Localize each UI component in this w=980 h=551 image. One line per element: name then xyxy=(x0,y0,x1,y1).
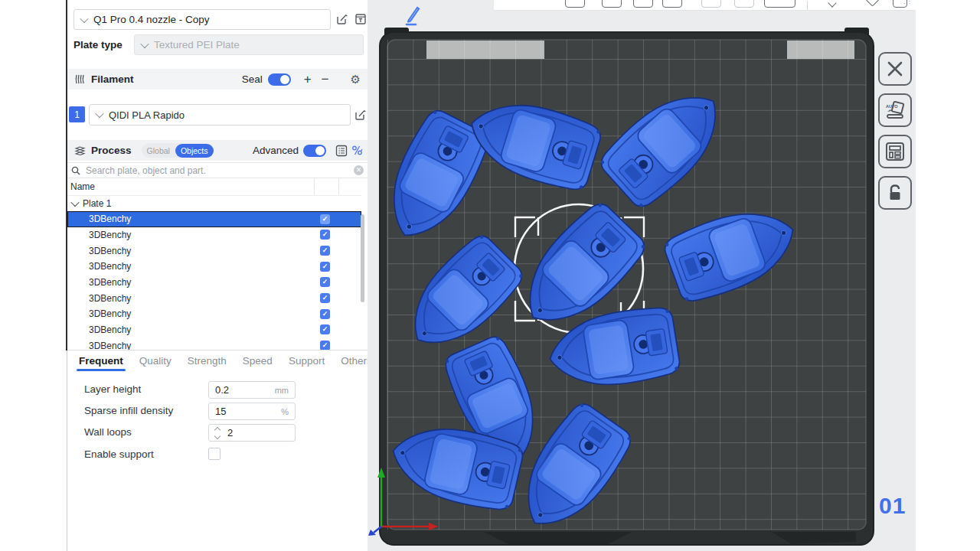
plate-action-buttons: AUTO xyxy=(878,52,912,210)
app-window: Q1 Pro 0.4 nozzle - Copy Plate type Text… xyxy=(0,0,980,551)
delete-plate-button[interactable] xyxy=(878,52,912,86)
list-scrollbar-thumb[interactable] xyxy=(361,214,364,302)
setting-label: Enable support xyxy=(84,448,154,460)
print-checkbox[interactable]: ✓ xyxy=(320,324,330,334)
setting-label: Layer height xyxy=(84,383,141,395)
layer-height-value: 0.2 xyxy=(215,384,272,396)
search-icon xyxy=(71,166,80,175)
advanced-toggle[interactable] xyxy=(303,145,326,157)
name-column-header: Name xyxy=(70,181,95,192)
edit-filament-button[interactable] xyxy=(354,108,368,122)
print-checkbox[interactable]: ✓ xyxy=(320,293,330,303)
arrow-up-icon[interactable] xyxy=(214,426,220,432)
close-icon xyxy=(885,59,905,79)
lock-plate-button[interactable] xyxy=(878,176,912,210)
column-divider xyxy=(314,178,315,195)
setting-label: Sparse infill density xyxy=(84,405,173,416)
search-bar[interactable]: Search plate, object and part. ✕ xyxy=(67,162,368,178)
auto-orient-button[interactable]: AUTO xyxy=(878,93,912,127)
arrow-down-icon[interactable] xyxy=(214,432,220,439)
tree-row-object[interactable]: 3DBenchy✓ xyxy=(67,338,361,350)
seal-label: Seal xyxy=(242,73,263,85)
process-tabs: FrequentQualityStrengthSpeedSupportOther… xyxy=(67,350,368,372)
left-gutter xyxy=(0,0,67,350)
filament-section-header: Filament Seal + − ⚙ xyxy=(67,69,368,90)
infill-density-input[interactable]: 15 % xyxy=(208,403,296,420)
filament-index-badge[interactable]: 1 xyxy=(69,106,85,122)
print-checkbox[interactable]: ✓ xyxy=(320,214,330,224)
tab-strength[interactable]: Strength xyxy=(188,355,227,368)
advanced-label: Advanced xyxy=(253,145,299,156)
tab-support[interactable]: Support xyxy=(289,355,325,368)
seal-toggle[interactable] xyxy=(268,73,291,86)
plate-type-dropdown[interactable]: Textured PEI Plate xyxy=(134,34,364,55)
parameter-list-icon[interactable] xyxy=(335,145,348,157)
chevron-down-icon xyxy=(80,14,88,22)
edit-preset-button[interactable] xyxy=(335,12,349,26)
viewport-3d[interactable]: ..: xyxy=(368,0,980,551)
chevron-down-icon xyxy=(140,39,149,47)
plate-settings-button[interactable] xyxy=(878,135,912,168)
unit-label: % xyxy=(281,407,289,416)
process-layers-icon xyxy=(74,144,87,157)
wall-loops-value: 2 xyxy=(227,427,289,439)
filament-spool-icon xyxy=(74,73,87,86)
tree-row-object[interactable]: 3DBenchy✓ xyxy=(67,322,361,338)
tree-row-object[interactable]: 3DBenchy✓ xyxy=(67,211,361,227)
process-section-header: Process Global Objects Advanced xyxy=(67,140,368,161)
plate-number: 01 xyxy=(879,493,906,519)
tree-row-object[interactable]: 3DBenchy✓ xyxy=(67,243,361,259)
printer-preset-dropdown[interactable]: Q1 Pro 0.4 nozzle - Copy xyxy=(74,9,331,30)
tree-row-object[interactable]: 3DBenchy✓ xyxy=(67,259,361,275)
expander-chevron-icon[interactable] xyxy=(70,197,79,206)
plate-type-value: Textured PEI Plate xyxy=(154,39,240,51)
stepper-arrows[interactable] xyxy=(215,428,220,439)
process-scope-switch[interactable]: Global Objects xyxy=(142,143,214,158)
tree-row-object[interactable]: 3DBenchy✓ xyxy=(67,306,361,322)
tree-row-object[interactable]: 3DBenchy✓ xyxy=(67,290,361,306)
print-checkbox[interactable]: ✓ xyxy=(320,309,330,319)
printer-preset-value: Q1 Pro 0.4 nozzle - Copy xyxy=(93,14,210,25)
column-divider xyxy=(338,178,339,195)
remove-filament-button[interactable]: − xyxy=(322,73,329,86)
tree-header: Name xyxy=(67,178,361,196)
infill-density-value: 15 xyxy=(215,406,278,417)
unit-label: mm xyxy=(275,386,289,395)
print-checkbox[interactable]: ✓ xyxy=(320,230,330,240)
tab-speed[interactable]: Speed xyxy=(243,355,273,368)
plate-row-label: Plate 1 xyxy=(83,198,111,209)
save-preset-button[interactable] xyxy=(354,12,368,26)
left-gutter-lower xyxy=(0,350,67,551)
settings-panel: Q1 Pro 0.4 nozzle - Copy Plate type Text… xyxy=(67,0,368,551)
lock-open-icon xyxy=(885,183,905,203)
print-checkbox[interactable]: ✓ xyxy=(320,262,330,272)
print-checkbox[interactable]: ✓ xyxy=(320,246,330,256)
tree-row-object[interactable]: 3DBenchy✓ xyxy=(67,275,361,291)
enable-support-checkbox[interactable] xyxy=(208,448,220,460)
scope-global[interactable]: Global xyxy=(142,146,175,155)
pencil-square-icon xyxy=(336,13,348,25)
tab-frequent[interactable]: Frequent xyxy=(79,355,123,368)
tab-quality[interactable]: Quality xyxy=(139,355,172,368)
object-list: 3DBenchy✓3DBenchy✓3DBenchy✓3DBenchy✓3DBe… xyxy=(67,211,361,350)
search-placeholder: Search plate, object and part. xyxy=(86,165,354,176)
filament-settings-gear-icon[interactable]: ⚙ xyxy=(351,73,361,85)
compare-parameters-icon[interactable] xyxy=(351,145,363,156)
filament-dropdown[interactable]: QIDI PLA Rapido xyxy=(89,104,351,126)
scope-objects[interactable]: Objects xyxy=(175,144,214,158)
auto-orient-icon: AUTO xyxy=(884,99,906,121)
print-checkbox[interactable]: ✓ xyxy=(320,341,330,350)
svg-text:AUTO: AUTO xyxy=(886,104,898,109)
tree-row-object[interactable]: 3DBenchy✓ xyxy=(67,227,361,243)
wall-loops-stepper[interactable]: 2 xyxy=(208,424,296,442)
filament-section-title: Filament xyxy=(91,73,134,85)
clear-search-icon[interactable]: ✕ xyxy=(354,165,364,175)
print-checkbox[interactable]: ✓ xyxy=(320,277,330,287)
plate-type-label: Plate type xyxy=(74,39,122,51)
layer-height-input[interactable]: 0.2 mm xyxy=(208,381,296,399)
add-filament-button[interactable]: + xyxy=(304,73,312,86)
plate-front-notch xyxy=(484,532,632,544)
tree-row-plate[interactable]: Plate 1 xyxy=(67,195,361,211)
chevron-down-icon xyxy=(95,109,103,118)
plate-settings-icon xyxy=(884,141,906,162)
